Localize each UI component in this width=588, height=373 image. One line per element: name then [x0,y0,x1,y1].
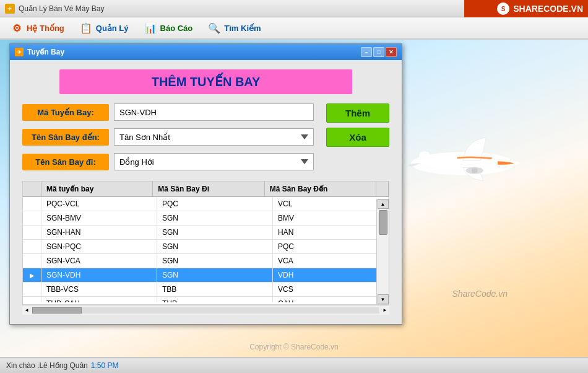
cell-ma-tuyen-bay: SGN-BMV [41,211,157,225]
cell-ma-tuyen-bay: PQC-VCL [41,197,157,211]
menu-label-he-thong: Hệ Thống [27,24,64,33]
dialog-icon: ✈ [15,48,24,56]
row-indicator [23,297,41,302]
ma-tuyen-bay-row: Mã Tuyến Bay: [22,103,314,121]
table-row[interactable]: SGN-HAN SGN HAN [23,226,389,240]
h-scroll-thumb[interactable] [32,307,82,314]
ten-san-bay-den-select[interactable]: Tân Sơn Nhất Nội Bài Đà Nẵng [114,128,314,146]
dialog-maximize-button[interactable]: □ [373,47,384,57]
cell-ma-san-bay-den: BMV [273,211,389,225]
cell-ma-tuyen-bay: TBB-VCS [41,283,157,296]
cell-ma-san-bay-di: PQC [157,197,273,211]
menu-item-he-thong[interactable]: ⚙ Hệ Thống [2,19,72,37]
cell-ma-san-bay-di: SGN [157,211,273,225]
scroll-thumb[interactable] [379,210,387,235]
dialog-window: ✈ Tuyến Bay – □ ✕ THÊM TUYẾN BAY Mã Tuyế… [9,43,402,325]
greeting-text: Xin chào : [6,361,39,370]
cell-ma-san-bay-di: SGN [157,268,273,282]
dialog-close-button[interactable]: ✕ [386,47,397,57]
table-row[interactable]: ▶ SGN-VDH SGN VDH [23,268,389,283]
cell-ma-san-bay-di: SGN [157,254,273,268]
cell-ma-san-bay-den: CAH [273,297,389,302]
menu-item-quan-ly[interactable]: 📋 Quản Lý [72,19,136,37]
horizontal-scrollbar[interactable]: ◄ ► [22,305,389,315]
dialog-content: THÊM TUYẾN BAY Mã Tuyến Bay: Tên Sân Bay… [10,60,402,324]
cell-ma-san-bay-di: SGN [157,226,273,239]
table-header: Mã tuyến bay Mã Sân Bay Đi Mã Sân Bay Đế… [23,182,389,197]
ma-tuyen-bay-label: Mã Tuyến Bay: [22,104,109,121]
cell-ma-san-bay-den: VCA [273,254,389,268]
col-ma-san-bay-den: Mã Sân Bay Đến [265,182,376,196]
row-indicator: ▶ [23,268,41,282]
action-buttons: Thêm Xóa [326,103,389,147]
logo-text: SHARECODE.VN [513,4,583,14]
svg-rect-2 [472,168,477,172]
h-scroll-track [32,307,379,314]
dialog-title: Tuyến Bay [27,48,64,56]
cell-ma-tuyen-bay: SGN-VDH [41,268,157,282]
scroll-down-button[interactable]: ▼ [378,294,389,304]
ten-san-bay-di-row: Tên Sân Bay đi: Đồng Hới Phú Quốc Buôn M… [22,153,314,170]
cell-ma-tuyen-bay: SGN-VCA [41,254,157,268]
bao-cao-icon: 📊 [144,21,157,35]
tim-kiem-icon: 🔍 [207,21,221,35]
col-ma-san-bay-di: Mã Sân Bay Đi [153,182,264,196]
logo-icon: S [497,2,509,15]
table-body[interactable]: PQC-VCL PQC VCL SGN-BMV SGN BMV SGN-HAN … [23,197,389,302]
row-indicator [23,283,41,296]
cell-ma-san-bay-den: HAN [273,226,389,239]
cell-ma-san-bay-den: VDH [273,268,389,282]
dialog-titlebar: ✈ Tuyến Bay – □ ✕ [10,44,402,60]
ten-san-bay-den-label: Tên Sân Bay đến: [22,129,109,146]
xoa-button[interactable]: Xóa [326,128,389,147]
menu-label-quan-ly: Quản Lý [96,24,129,33]
row-indicator [23,240,41,253]
cell-ma-san-bay-den: PQC [273,240,389,253]
app-title: Quản Lý Bán Vé Máy Bay [19,4,104,13]
form-header: THÊM TUYẾN BAY [59,69,352,94]
table-row[interactable]: PQC-VCL PQC VCL [23,197,389,211]
menu-bar: ⚙ Hệ Thống 📋 Quản Lý 📊 Báo Cáo 🔍 Tìm Kiế… [0,17,588,40]
col-indicator [23,182,41,196]
col-ma-tuyen-bay: Mã tuyến bay [41,182,153,196]
menu-item-bao-cao[interactable]: 📊 Báo Cáo [136,19,201,37]
table-row[interactable]: SGN-PQC SGN PQC [23,240,389,254]
cell-ma-san-bay-den: VCS [273,283,389,296]
cell-ma-san-bay-di: SGN [157,240,273,253]
menu-label-tim-kiem: Tìm Kiếm [224,24,261,33]
table-row[interactable]: SGN-VCA SGN VCA [23,254,389,268]
table-row[interactable]: THD-CAH THD CAH [23,297,389,302]
quan-ly-icon: 📋 [79,21,93,35]
vertical-scrollbar[interactable]: ▲ ▼ [376,199,389,304]
form-and-buttons: Mã Tuyến Bay: Tên Sân Bay đến: Tân Sơn N… [22,103,389,178]
dialog-minimize-button[interactable]: – [361,47,372,57]
ten-san-bay-di-select[interactable]: Đồng Hới Phú Quốc Buôn Mê Thuột [114,153,314,170]
user-name: Lê Hồng Quân [39,361,87,370]
status-bar: Xin chào : Lê Hồng Quân 1:50 PM [0,357,588,373]
h-scroll-left-button[interactable]: ◄ [22,307,31,313]
cell-ma-tuyen-bay: THD-CAH [41,297,157,302]
data-table: Mã tuyến bay Mã Sân Bay Đi Mã Sân Bay Đế… [22,181,389,305]
menu-item-tim-kiem[interactable]: 🔍 Tìm Kiếm [200,19,268,37]
table-row[interactable]: SGN-BMV SGN BMV [23,211,389,226]
dialog-controls: – □ ✕ [361,47,397,57]
logo-area: S SHARECODE.VN [464,0,588,17]
ma-tuyen-bay-input[interactable] [114,103,314,121]
them-button[interactable]: Thêm [326,103,389,123]
status-time: 1:50 PM [91,361,119,370]
h-scroll-right-button[interactable]: ► [381,307,389,313]
sharecode-watermark: ShareCode.vn [452,289,508,299]
cell-ma-tuyen-bay: SGN-HAN [41,226,157,239]
row-indicator [23,197,41,211]
ten-san-bay-di-label: Tên Sân Bay đi: [22,154,109,170]
cell-ma-san-bay-di: TBB [157,283,273,296]
menu-label-bao-cao: Báo Cáo [160,24,193,33]
row-indicator [23,254,41,268]
copyright: Copyright © ShareCode.vn [0,343,588,351]
scroll-up-button[interactable]: ▲ [378,199,389,209]
table-row[interactable]: TBB-VCS TBB VCS [23,283,389,297]
ten-san-bay-den-row: Tên Sân Bay đến: Tân Sơn Nhất Nội Bài Đà… [22,128,314,146]
form-fields: Mã Tuyến Bay: Tên Sân Bay đến: Tân Sơn N… [22,103,314,178]
app-icon: ✈ [5,4,15,14]
row-indicator [23,226,41,239]
